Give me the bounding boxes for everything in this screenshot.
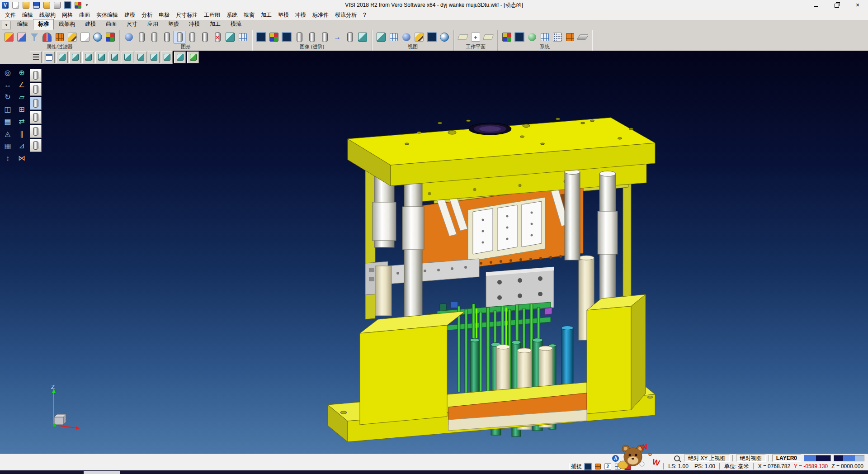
minimize-button[interactable] [806,0,826,10]
冲模[interactable]: 冲模 [184,19,205,30]
palette-icon[interactable] [104,31,116,43]
3d-viewport[interactable]: Z [0,51,868,454]
pen-scale-field[interactable]: PS: 1.00 [693,463,717,469]
join-icon[interactable]: ⋈ [17,153,27,163]
曲面[interactable]: 曲面 [76,10,93,20]
snap-toggle-icon[interactable] [593,462,602,471]
single-window-icon[interactable] [43,52,55,63]
line-scale-field[interactable]: LS: 1.00 [666,463,690,469]
open-file-icon[interactable] [21,0,30,9]
align-icon[interactable]: ◬ [3,129,13,139]
rotate-icon[interactable]: ↻ [3,92,13,102]
section-icon[interactable]: ◫ [3,104,13,114]
settings-icon[interactable] [73,0,82,9]
parallel-icon[interactable]: ∥ [17,129,27,139]
smooth-cyl-icon[interactable] [306,31,318,43]
monitor-toggle-icon[interactable] [583,462,592,471]
stretch-icon[interactable]: ↕ [3,153,13,163]
title-bar[interactable]: V ▼ VISI 2018 R2 from Vero Software x64 … [0,0,868,10]
filter-sketch-button[interactable] [30,139,42,152]
冲模[interactable]: 冲模 [292,10,309,20]
iso-view-icon[interactable] [56,52,68,63]
open-recent-icon[interactable] [42,0,51,9]
target-icon[interactable] [439,31,450,43]
cylinder-wire-icon[interactable] [186,31,198,43]
layers-icon[interactable]: ▤ [3,117,13,127]
实体编辑[interactable]: 实体编辑 [93,10,121,20]
trimetric-view-icon[interactable] [161,52,173,63]
multi-view-icon[interactable] [237,31,249,43]
preview-icon[interactable] [63,0,72,9]
尺寸标注[interactable]: 尺寸标注 [173,10,201,20]
measure-icon[interactable]: ⊿ [17,141,27,151]
view-mode-field[interactable]: 绝对 XY 上视图 [684,455,729,462]
zoom-all-icon[interactable] [375,31,387,43]
slab-icon[interactable] [577,31,589,43]
pen-color-bar[interactable] [834,455,864,461]
filter-point-button[interactable] [30,125,42,138]
shaded-view-icon[interactable] [187,52,199,63]
filter-wire-button[interactable] [30,111,42,124]
网格[interactable]: 网格 [59,10,76,20]
系统[interactable]: 系统 [223,10,241,20]
close-button[interactable]: × [847,0,868,10]
cylinder-view-icon[interactable] [136,31,147,43]
bounding-box-icon[interactable] [224,31,236,43]
restore-button[interactable] [826,0,847,10]
move-icon[interactable]: ↔ [3,80,13,90]
文件[interactable]: 文件 [2,10,19,20]
view-menu-icon[interactable] [30,52,42,63]
线架构[interactable]: 线架构 [36,10,59,20]
redraw-icon[interactable] [413,31,425,43]
mesh-icon[interactable]: ▦ [3,141,13,151]
adv-cube-icon[interactable] [357,31,368,43]
new-file-icon[interactable] [11,0,20,9]
layer-field[interactable]: LAYER0 [772,455,801,462]
quality-cyl-icon[interactable] [293,31,305,43]
point-snap-icon[interactable]: ⊕ [17,68,27,78]
视窗[interactable]: 视窗 [241,10,258,20]
dynamic-view-icon[interactable] [401,31,412,43]
cylinder-ghost-icon[interactable] [199,31,211,43]
swap-icon[interactable]: ⇄ [17,117,27,127]
units-field[interactable]: 单位: 毫米 [722,463,751,470]
edit-attr-icon[interactable] [66,31,78,43]
front-view-icon[interactable] [82,52,94,63]
dots-grid-icon[interactable] [552,31,563,43]
workplane-xy-icon[interactable] [457,31,469,43]
tab-dropdown-icon[interactable]: ▼ [2,21,11,29]
render-icon[interactable] [255,31,267,43]
shade-mode-icon[interactable] [123,31,135,43]
workplane-axis-icon[interactable]: + [470,31,481,43]
match-prop-icon[interactable] [92,31,104,43]
workplane-free-icon[interactable] [482,31,494,43]
曲面[interactable]: 曲面 [101,19,122,30]
3d-model-canvas[interactable]: Z [0,51,868,454]
select-icon[interactable]: ◎ [3,68,13,78]
eraser-icon[interactable] [16,31,28,43]
塑模[interactable]: 塑模 [275,10,292,20]
cylinder-shade-icon[interactable] [174,31,185,43]
建模[interactable]: 建模 [121,10,138,20]
?[interactable]: ? [360,11,369,19]
塑膜[interactable]: 塑膜 [163,19,184,30]
尺寸[interactable]: 尺寸 [122,19,142,30]
print-icon[interactable] [52,0,61,9]
编辑[interactable]: 编辑 [12,19,33,30]
layer-grid-icon[interactable] [54,31,66,43]
cylinder-delete-icon[interactable]: × [212,31,223,43]
left-view-icon[interactable] [108,52,120,63]
color-table-icon[interactable] [501,31,513,43]
加工[interactable]: 加工 [258,10,275,20]
right-view-icon[interactable] [95,52,107,63]
filter-face-button[interactable] [30,83,42,96]
grid-icon[interactable]: ⊞ [17,104,27,114]
layer-color-bar[interactable] [804,455,831,461]
angle-icon[interactable]: ∠ [17,80,27,90]
标准件[interactable]: 标准件 [309,10,332,20]
filter-edge-button[interactable] [30,97,42,110]
direction-icon[interactable]: → [331,31,343,43]
mini-cyl-icon[interactable] [344,31,356,43]
copy-attr-icon[interactable] [79,31,91,43]
monitor-icon[interactable] [514,31,525,43]
